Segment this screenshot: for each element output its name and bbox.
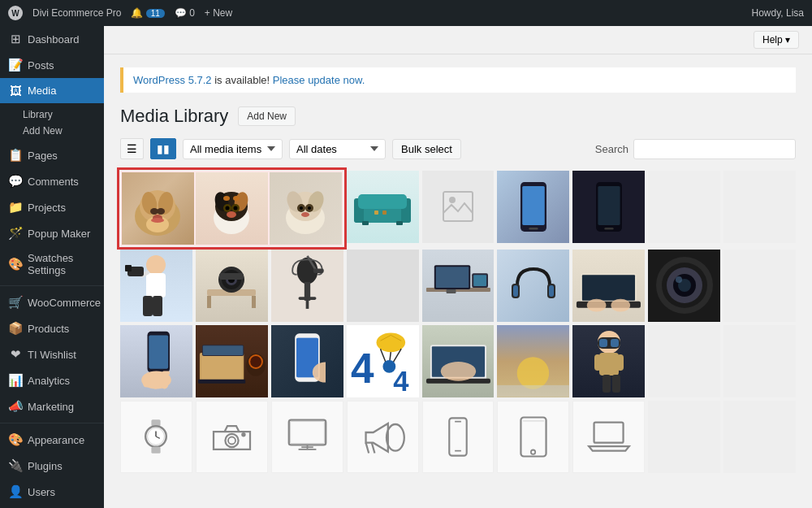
media-item[interactable] — [120, 401, 192, 473]
sidebar-item-ti-wishlist[interactable]: ❤ TI Wishlist — [0, 341, 104, 367]
wordpress-link[interactable]: WordPress 5.7.2 — [133, 74, 212, 86]
media-item[interactable] — [648, 250, 720, 322]
svg-rect-51 — [143, 296, 153, 316]
sidebar-item-tools[interactable]: 🔧 Tools — [0, 505, 104, 508]
help-button[interactable]: Help ▾ — [754, 31, 799, 49]
media-icon: 🖼 — [8, 84, 23, 98]
svg-point-38 — [449, 197, 456, 203]
sidebar-item-marketing[interactable]: 📣 Marketing — [0, 393, 104, 419]
svg-rect-78 — [577, 302, 641, 308]
media-item[interactable] — [120, 250, 192, 322]
sidebar-item-pages[interactable]: 📋 Pages — [0, 142, 104, 168]
media-item[interactable] — [497, 401, 569, 473]
sidebar-label-users: Users — [28, 486, 55, 498]
sidebar-item-media[interactable]: 🖼 Media — [0, 78, 104, 103]
sidebar-sub-add-new[interactable]: Add New — [23, 123, 104, 139]
media-item[interactable] — [347, 250, 419, 322]
notifications-badge[interactable]: 🔔 11 — [131, 7, 164, 19]
sidebar-item-popup-maker[interactable]: 🪄 Popup Maker — [0, 220, 104, 246]
media-item[interactable] — [422, 325, 495, 397]
update-link[interactable]: Please update now. — [273, 74, 365, 86]
media-item[interactable] — [271, 325, 343, 397]
media-item[interactable] — [723, 325, 796, 397]
wishlist-icon: ❤ — [8, 347, 23, 362]
media-item[interactable] — [648, 325, 720, 397]
icon-watch — [120, 401, 192, 473]
sidebar-item-comments[interactable]: 💬 Comments — [0, 168, 104, 194]
media-item[interactable] — [422, 250, 495, 322]
svg-rect-69 — [435, 267, 468, 289]
media-item[interactable] — [120, 325, 192, 397]
admin-bar: W Divi Ecommerce Pro 🔔 11 💬 0 + New Howd… — [0, 0, 812, 26]
media-item[interactable] — [572, 171, 645, 243]
media-item[interactable] — [572, 250, 645, 322]
sidebar-item-projects[interactable]: 📁 Projects — [0, 194, 104, 220]
sidebar-item-woocommerce[interactable]: 🛒 WooCommerce — [0, 289, 104, 315]
media-item[interactable]: 4 4 — [347, 325, 419, 397]
svg-rect-148 — [449, 418, 466, 455]
svg-rect-99 — [198, 380, 245, 384]
media-item[interactable] — [347, 401, 419, 473]
svg-rect-50 — [125, 265, 132, 271]
media-item[interactable] — [271, 250, 343, 322]
media-item[interactable] — [422, 171, 495, 243]
media-item[interactable] — [572, 401, 645, 473]
sidebar-item-products[interactable]: 📦 Products — [0, 315, 104, 341]
svg-rect-128 — [617, 354, 624, 371]
woocommerce-icon: 🛒 — [8, 295, 23, 310]
media-item[interactable] — [196, 250, 268, 322]
sidebar-item-analytics[interactable]: 📊 Analytics — [0, 367, 104, 393]
media-item[interactable] — [723, 401, 796, 473]
svg-rect-91 — [143, 374, 150, 388]
date-filter[interactable]: All dates January 2021 February 2021 — [289, 139, 386, 159]
media-item[interactable] — [572, 325, 645, 397]
new-content-button[interactable]: + New — [205, 7, 232, 19]
sidebar-item-posts[interactable]: 📝 Posts — [0, 52, 104, 78]
comments-badge[interactable]: 💬 0 — [175, 7, 195, 19]
page-title: Media Library — [120, 106, 228, 127]
grid-view-button[interactable]: ▮▮ — [150, 138, 176, 159]
site-name[interactable]: Divi Ecommerce Pro — [32, 7, 121, 19]
media-item[interactable] — [497, 250, 569, 322]
svg-rect-44 — [598, 186, 620, 225]
media-item[interactable] — [497, 325, 569, 397]
sidebar-item-plugins[interactable]: 🔌 Plugins — [0, 453, 104, 479]
media-toolbar: ☰ ▮▮ All media items Images Audio Video … — [120, 138, 796, 159]
appearance-icon: 🎨 — [8, 432, 23, 447]
bulk-select-button[interactable]: Bulk select — [392, 139, 461, 159]
icon-tablet — [497, 401, 569, 473]
media-item[interactable] — [422, 401, 495, 473]
svg-point-138 — [228, 436, 235, 444]
svg-point-15 — [226, 206, 230, 211]
media-item[interactable] — [497, 171, 569, 243]
sidebar-item-users[interactable]: 👤 Users — [0, 479, 104, 505]
svg-point-28 — [301, 212, 309, 217]
svg-point-26 — [300, 206, 303, 210]
media-item[interactable] — [648, 171, 720, 243]
selected-media-group — [120, 171, 343, 246]
wp-logo-icon[interactable]: W — [8, 6, 23, 20]
media-item[interactable] — [648, 401, 720, 473]
media-item[interactable] — [122, 172, 194, 245]
media-item[interactable] — [347, 171, 419, 243]
svg-rect-35 — [362, 221, 369, 225]
sidebar-item-appearance[interactable]: 🎨 Appearance — [0, 427, 104, 453]
media-type-filter[interactable]: All media items Images Audio Video Docum… — [183, 139, 283, 159]
media-item[interactable] — [196, 325, 268, 397]
media-item[interactable] — [271, 401, 343, 473]
sidebar-sub-library[interactable]: Library — [23, 106, 104, 123]
media-item[interactable] — [270, 172, 342, 245]
list-view-button[interactable]: ☰ — [120, 138, 144, 159]
svg-rect-47 — [146, 273, 166, 297]
search-input[interactable] — [633, 139, 796, 159]
sidebar-item-swatches-settings[interactable]: 🎨 Swatches Settings — [0, 246, 104, 282]
svg-rect-136 — [152, 447, 161, 454]
media-item[interactable] — [196, 401, 268, 473]
media-item[interactable] — [196, 172, 268, 245]
media-item[interactable] — [723, 171, 796, 243]
sidebar-label-products: Products — [28, 323, 69, 335]
media-item[interactable] — [723, 250, 796, 322]
svg-point-8 — [151, 218, 164, 223]
add-new-button[interactable]: Add New — [238, 106, 296, 126]
sidebar-item-dashboard[interactable]: ⊞ Dashboard — [0, 26, 104, 52]
